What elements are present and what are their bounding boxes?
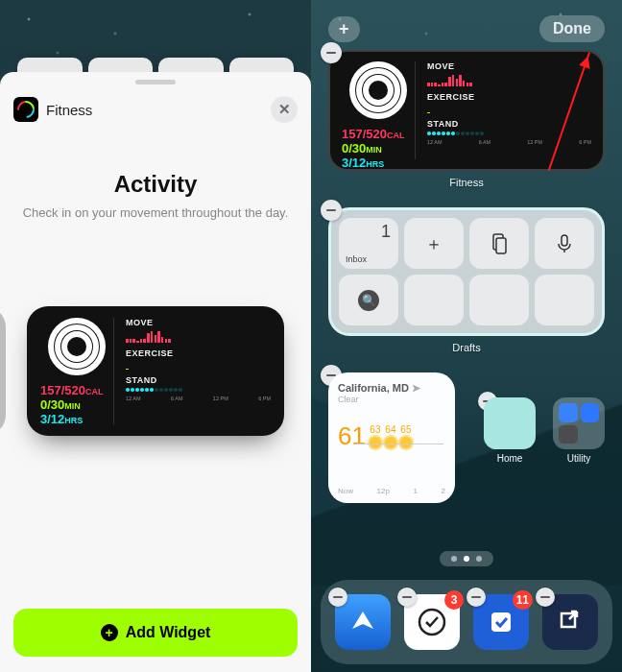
sun-icon (385, 437, 396, 448)
location-icon: ➤ (412, 382, 420, 394)
move-label: MOVE (126, 318, 271, 327)
sheet-grabber[interactable] (135, 80, 176, 84)
remove-app-button[interactable] (466, 588, 486, 607)
home-app[interactable]: Home (484, 397, 536, 464)
dock-app-mail[interactable] (335, 594, 391, 650)
sun-icon (400, 437, 412, 448)
fitness-widget[interactable]: 157/520CAL 0/30MIN 3/12HRS MOVE EXERCISE… (328, 50, 605, 171)
drafts-empty-tile[interactable] (535, 275, 594, 325)
page-indicator[interactable] (440, 551, 493, 566)
move-value: 157/520CAL (40, 383, 113, 397)
widget-title: Activity (114, 171, 198, 198)
svg-rect-2 (562, 235, 567, 246)
drafts-widget[interactable]: 1 Inbox ＋ 🔍 (328, 207, 605, 336)
weather-row: California, MD ➤ Clear 61 63 64 65 Now 1… (328, 372, 605, 520)
drafts-inbox-tile[interactable]: 1 Inbox (339, 218, 398, 269)
close-button[interactable]: ✕ (271, 96, 298, 123)
drafts-dictate-tile[interactable] (535, 218, 594, 269)
add-widget-label: Add Widget (126, 624, 211, 641)
badge: 11 (513, 590, 533, 610)
drafts-clipboard-tile[interactable] (469, 218, 529, 269)
weather-location: California, MD ➤ (338, 382, 445, 395)
add-widget-button[interactable]: + Add Widget (13, 609, 298, 657)
metric-charts: MOVE EXERCISE STAND 12 AM 6 AM 12 PM 6 P… (113, 318, 271, 424)
svg-rect-1 (496, 238, 506, 253)
fitness-app-icon (13, 97, 38, 122)
remove-app-button[interactable] (397, 588, 417, 607)
dock-app-tasks[interactable]: 3 (404, 594, 460, 650)
activity-rings-icon (48, 318, 106, 375)
utility-folder[interactable]: Utility (553, 397, 605, 464)
dock-app-things[interactable]: 11 (473, 594, 529, 650)
remove-widget-button[interactable] (321, 42, 342, 63)
stand-value: 3/12HRS (40, 412, 113, 426)
drafts-empty-tile[interactable] (404, 275, 464, 325)
close-icon: ✕ (278, 101, 291, 118)
activity-rings-block: 157/520CAL 0/30MIN 3/12HRS (40, 318, 113, 424)
app-name: Fitness (46, 102, 92, 118)
activity-rings-icon (349, 61, 407, 119)
activity-rings-block: 157/520CAL 0/30MIN 3/12HRS (342, 61, 415, 159)
prev-widget-peek (0, 306, 6, 436)
widgets-area: 157/520CAL 0/30MIN 3/12HRS MOVE EXERCISE… (311, 50, 622, 672)
add-button[interactable]: + (328, 16, 360, 42)
widget-label: Fitness (328, 177, 605, 188)
home-app-icon (484, 397, 536, 449)
widget-picker-sheet: Fitness ✕ Activity Check in on your move… (0, 72, 311, 672)
dock: 3 11 (321, 580, 612, 664)
clipboard-icon (490, 233, 508, 254)
home-screen-edit: + Done 157/520CAL 0/30MIN 3/12HRS MOVE E… (311, 0, 622, 672)
badge: 3 (444, 590, 464, 610)
weather-condition: Clear (338, 395, 445, 404)
widget-gallery-screen: Fitness ✕ Activity Check in on your move… (0, 0, 311, 672)
metric-charts: MOVE EXERCISE STAND 12 AM6 AM12 PM6 PM (415, 61, 591, 159)
weather-now-temp: 61 (338, 421, 366, 451)
exercise-value: 0/30MIN (40, 397, 113, 412)
svg-rect-4 (491, 612, 511, 632)
exercise-label: EXERCISE (126, 348, 271, 358)
remove-widget-button[interactable] (321, 200, 342, 221)
microphone-icon (558, 234, 571, 253)
drafts-widget-container[interactable]: 1 Inbox ＋ 🔍 Drafts (328, 207, 605, 353)
stand-value: 3/12HRS (342, 156, 415, 170)
widget-subtitle: Check in on your movement throughout the… (13, 205, 299, 220)
drafts-empty-tile[interactable] (469, 275, 529, 325)
exercise-value: 0/30MIN (342, 141, 415, 156)
search-icon: 🔍 (358, 290, 379, 311)
drafts-search-tile[interactable]: 🔍 (339, 275, 398, 325)
app-label: Home (497, 453, 523, 464)
app-label: Utility (567, 453, 590, 464)
folder-icon (553, 397, 605, 449)
fitness-widget-container[interactable]: 157/520CAL 0/30MIN 3/12HRS MOVE EXERCISE… (328, 50, 605, 188)
app-icons-group: Home Utility (468, 372, 605, 464)
edit-top-bar: + Done (311, 15, 622, 42)
remove-app-button[interactable] (328, 588, 347, 607)
stacked-cards (0, 58, 311, 72)
weather-widget[interactable]: California, MD ➤ Clear 61 63 64 65 Now 1… (328, 372, 455, 503)
plus-icon: + (101, 624, 118, 641)
dock-app-shortcuts[interactable] (542, 594, 598, 650)
stand-label: STAND (126, 375, 271, 385)
done-button[interactable]: Done (539, 15, 605, 42)
widget-label: Drafts (328, 342, 605, 353)
weather-widget-container[interactable]: California, MD ➤ Clear 61 63 64 65 Now 1… (328, 372, 455, 503)
plus-icon: ＋ (425, 232, 443, 255)
drafts-new-tile[interactable]: ＋ (404, 218, 464, 269)
move-value: 157/520CAL (342, 127, 415, 141)
activity-widget-preview[interactable]: 157/520CAL 0/30MIN 3/12HRS MOVE EXERCISE… (27, 306, 284, 436)
remove-app-button[interactable] (536, 588, 555, 607)
sheet-header: Fitness ✕ (0, 92, 311, 132)
sun-icon (370, 437, 381, 448)
